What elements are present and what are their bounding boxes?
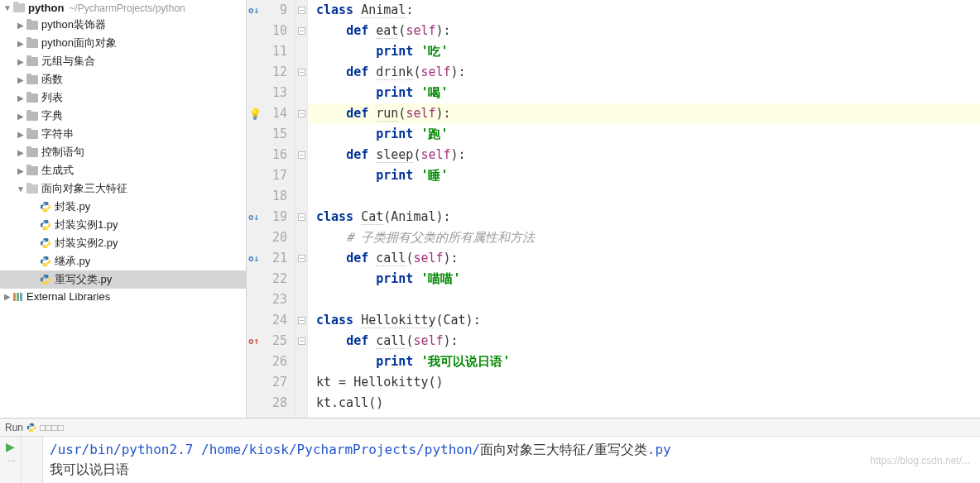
run-toolbar: Run □□□□ bbox=[0, 418, 980, 436]
output-text[interactable]: /usr/bin/python2.7 /home/kiosk/PycharmPr… bbox=[43, 437, 980, 483]
fold-toggle[interactable]: − bbox=[298, 317, 305, 324]
tree-folder[interactable]: ▶字符串 bbox=[0, 125, 246, 143]
tree-file[interactable]: 重写父类.py bbox=[0, 270, 246, 289]
tree-file[interactable]: 继承.py bbox=[0, 252, 246, 270]
fold-toggle[interactable]: − bbox=[298, 69, 305, 76]
folder-icon bbox=[26, 148, 38, 157]
code-line[interactable]: print '我可以说日语' bbox=[308, 351, 980, 372]
chevron-right-icon[interactable]: ▶ bbox=[17, 93, 25, 103]
override-down-icon[interactable]: o↓ bbox=[248, 207, 259, 227]
code-line[interactable]: print '喵喵' bbox=[308, 269, 980, 289]
tree-folder[interactable]: ▶元组与集合 bbox=[0, 52, 246, 70]
chevron-down-icon[interactable]: ▼ bbox=[17, 184, 25, 194]
code-line[interactable]: def drink(self): bbox=[308, 62, 980, 83]
chevron-right-icon[interactable]: ▶ bbox=[17, 75, 25, 84]
code-line[interactable]: print '跑' bbox=[308, 124, 980, 145]
code-line[interactable]: class Animal: bbox=[308, 0, 980, 21]
tree-folder[interactable]: ▶函数 bbox=[0, 70, 246, 88]
python-file-icon bbox=[40, 201, 51, 213]
chevron-right-icon[interactable]: ▶ bbox=[17, 166, 25, 175]
fold-column[interactable]: −−−−−−−−− bbox=[296, 0, 308, 418]
code-line[interactable]: print '睡' bbox=[308, 165, 980, 186]
tree-file[interactable]: 封装.py bbox=[0, 198, 246, 216]
folder-icon bbox=[26, 166, 38, 175]
run-label: Run bbox=[5, 422, 23, 433]
code-line[interactable]: print '喝' bbox=[308, 83, 980, 103]
file-label: 重写父类.py bbox=[55, 272, 112, 287]
override-down-icon[interactable]: o↓ bbox=[248, 248, 259, 269]
tree-file[interactable]: 封装实例1.py bbox=[0, 216, 246, 234]
file-label: 封装.py bbox=[55, 199, 90, 214]
code-line[interactable]: def run(self): bbox=[308, 103, 980, 124]
override-down-icon[interactable]: o↓ bbox=[248, 0, 259, 21]
code-line[interactable]: kt = Hellokitty() bbox=[308, 372, 980, 393]
tree-root[interactable]: ▼ python ~/PycharmProjects/python bbox=[0, 0, 246, 16]
fold-toggle[interactable]: − bbox=[298, 337, 305, 345]
folder-label: 字典 bbox=[41, 108, 63, 123]
chevron-right-icon[interactable]: ▶ bbox=[17, 112, 25, 121]
run-button[interactable]: ▶ bbox=[6, 440, 15, 453]
code-editor[interactable]: o↓910111213💡1415161718o↓1920o↓21222324o↑… bbox=[247, 0, 980, 418]
tree-folder[interactable]: ▶生成式 bbox=[0, 161, 246, 179]
code-line[interactable]: def call(self): bbox=[308, 331, 980, 351]
python-icon bbox=[26, 423, 36, 433]
python-file-icon bbox=[40, 256, 51, 267]
tree-folder[interactable]: ▶控制语句 bbox=[0, 143, 246, 161]
external-libraries[interactable]: ▶ External Libraries bbox=[0, 289, 246, 304]
fold-toggle[interactable]: − bbox=[298, 7, 305, 14]
output-command: /usr/bin/python2.7 /home/kiosk/PycharmPr… bbox=[50, 440, 973, 460]
python-file-icon bbox=[40, 274, 51, 285]
folder-label: python装饰器 bbox=[41, 17, 106, 32]
folder-icon bbox=[26, 93, 38, 103]
folder-label: python面向对象 bbox=[41, 36, 117, 50]
fold-toggle[interactable]: − bbox=[298, 151, 305, 159]
code-line[interactable]: def sleep(self): bbox=[308, 145, 980, 165]
project-tree[interactable]: ▼ python ~/PycharmProjects/python ▶pytho… bbox=[0, 0, 247, 418]
fold-toggle[interactable]: − bbox=[298, 213, 305, 221]
code-line[interactable] bbox=[308, 289, 980, 310]
chevron-right-icon[interactable]: ▶ bbox=[17, 39, 25, 48]
more-icon[interactable]: ⋯ bbox=[7, 457, 14, 466]
chevron-right-icon[interactable]: ▶ bbox=[17, 21, 25, 30]
chevron-right-icon[interactable]: ▶ bbox=[17, 57, 25, 66]
folder-label: 元组与集合 bbox=[41, 54, 95, 69]
library-icon bbox=[13, 293, 23, 301]
code-line[interactable]: def eat(self): bbox=[308, 21, 980, 41]
code-line[interactable]: print '吃' bbox=[308, 41, 980, 62]
code-line[interactable] bbox=[308, 186, 980, 207]
output-line: 我可以说日语 bbox=[50, 460, 973, 480]
file-label: 继承.py bbox=[55, 254, 90, 269]
tree-folder-open[interactable]: ▼ 面向对象三大特征 bbox=[0, 179, 246, 198]
output-toolbar: ▶ ⋯ bbox=[0, 437, 22, 483]
line-gutter[interactable]: o↓910111213💡1415161718o↓1920o↓21222324o↑… bbox=[247, 0, 296, 418]
tree-folder[interactable]: ▶字典 bbox=[0, 107, 246, 125]
code-area[interactable]: class Animal: def eat(self): print '吃' d… bbox=[308, 0, 980, 418]
code-line[interactable]: class Hellokitty(Cat): bbox=[308, 310, 980, 331]
code-line[interactable]: class Cat(Animal): bbox=[308, 207, 980, 227]
code-line[interactable]: # 子类拥有父类的所有属性和方法 bbox=[308, 227, 980, 248]
folder-label: 函数 bbox=[41, 72, 63, 87]
folder-icon bbox=[26, 39, 38, 48]
chevron-right-icon[interactable]: ▶ bbox=[17, 148, 25, 157]
tree-folder[interactable]: ▶列表 bbox=[0, 88, 246, 107]
folder-label: 面向对象三大特征 bbox=[41, 181, 127, 196]
code-line[interactable]: kt.call() bbox=[308, 393, 980, 414]
fold-toggle[interactable]: − bbox=[298, 110, 305, 117]
fold-toggle[interactable]: − bbox=[298, 255, 305, 262]
external-label: External Libraries bbox=[26, 290, 110, 303]
tree-folder[interactable]: ▶python装饰器 bbox=[0, 16, 246, 34]
fold-toggle[interactable]: − bbox=[298, 27, 305, 35]
tree-file[interactable]: 封装实例2.py bbox=[0, 234, 246, 252]
file-label: 封装实例2.py bbox=[55, 236, 118, 251]
folder-icon bbox=[26, 75, 38, 84]
chevron-right-icon[interactable]: ▶ bbox=[3, 292, 12, 301]
chevron-right-icon[interactable]: ▶ bbox=[17, 130, 25, 139]
lightbulb-icon[interactable]: 💡 bbox=[248, 103, 262, 124]
override-up-icon[interactable]: o↑ bbox=[248, 331, 259, 351]
chevron-down-icon[interactable]: ▼ bbox=[3, 3, 12, 12]
python-file-icon bbox=[40, 237, 51, 249]
code-line[interactable]: def call(self): bbox=[308, 248, 980, 269]
file-label: 封装实例1.py bbox=[55, 218, 118, 232]
tree-folder[interactable]: ▶python面向对象 bbox=[0, 34, 246, 52]
folder-label: 字符串 bbox=[41, 127, 74, 141]
